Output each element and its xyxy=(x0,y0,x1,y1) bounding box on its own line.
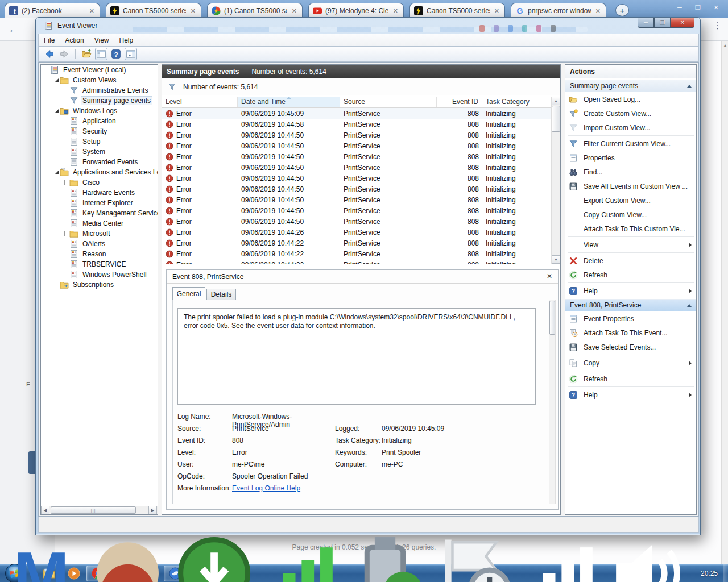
menu-help[interactable]: Help xyxy=(114,35,139,45)
event-row[interactable]: Error09/06/2019 10:44:50PrintService808I… xyxy=(162,194,551,205)
tree-item-windows-powershell[interactable]: Windows PowerShell xyxy=(41,269,158,280)
tree-item-internet-explorer[interactable]: Internet Explorer xyxy=(41,198,158,208)
browser-tab-97-melodyne-4-clea[interactable]: (97) Melodyne 4: Clea✕ xyxy=(308,3,404,18)
event-row[interactable]: Error09/06/2019 10:44:22PrintService808I… xyxy=(162,248,551,259)
event-row[interactable]: Error09/06/2019 10:44:50PrintService808I… xyxy=(162,184,551,194)
action-refresh[interactable]: Refresh xyxy=(565,372,696,386)
tab-close-icon[interactable]: ✕ xyxy=(189,7,197,15)
tree-item-security[interactable]: Security xyxy=(41,126,158,136)
menu-action[interactable]: Action xyxy=(60,35,89,45)
action-filter-current-custom-view[interactable]: Filter Current Custom View... xyxy=(565,136,696,151)
event-row[interactable]: Error09/06/2019 10:44:50PrintService808I… xyxy=(162,162,551,173)
scroll-right-icon[interactable]: ▶ xyxy=(148,506,157,514)
tree-item-administrative-events[interactable]: Administrative Events xyxy=(41,85,158,95)
tree-item-applications-and-services-logs[interactable]: Applications and Services Logs xyxy=(41,167,158,177)
expanded-arrow-icon[interactable] xyxy=(53,109,60,113)
action-create-custom-view[interactable]: Create Custom View... xyxy=(565,106,696,120)
export-log-button[interactable] xyxy=(80,48,93,60)
show-console-tree-button[interactable] xyxy=(95,48,107,60)
scrollbar-thumb[interactable]: ||| xyxy=(51,506,136,514)
tab-close-icon[interactable]: ✕ xyxy=(594,7,602,15)
tray-signal-white[interactable] xyxy=(519,532,602,582)
tree-item-reason[interactable]: Reason xyxy=(41,249,158,259)
action-help[interactable]: ?Help xyxy=(565,284,696,298)
tree-item-windows-logs[interactable]: Windows Logs xyxy=(41,106,158,116)
collapse-arrow-icon[interactable] xyxy=(687,85,692,88)
scroll-left-icon[interactable]: ◀ xyxy=(41,506,49,514)
tray-signal-green[interactable] xyxy=(259,532,342,582)
collapsed-arrow-icon[interactable] xyxy=(63,231,69,236)
event-row[interactable]: Error09/06/2019 10:44:58PrintService808I… xyxy=(162,119,551,130)
tray-action-center-flag[interactable] xyxy=(433,532,515,582)
action-delete[interactable]: Delete xyxy=(565,253,696,268)
tray-idm[interactable] xyxy=(173,532,255,582)
column-header-level[interactable]: Level xyxy=(162,97,238,107)
taskbar-clock[interactable]: 20:25 xyxy=(701,564,718,582)
tab-close-icon[interactable]: ✕ xyxy=(392,7,399,15)
browser-back-icon[interactable]: ← xyxy=(8,23,19,36)
detail-close-icon[interactable]: ✕ xyxy=(547,272,552,280)
action-attach-task-to-this-custom-vie[interactable]: Attach Task To This Custom Vie... xyxy=(565,222,696,236)
event-list-scrollbar[interactable]: ▲ ▼ xyxy=(551,97,560,264)
browser-tab-1-canon-ts5000-ser[interactable]: (1) Canon TS5000 ser✕ xyxy=(207,3,303,18)
tab-details[interactable]: Details xyxy=(206,289,236,300)
tree-item-setup[interactable]: Setup xyxy=(41,136,158,147)
column-header-date-and-time[interactable]: Date and Time xyxy=(238,97,340,107)
tab-close-icon[interactable]: ✕ xyxy=(493,7,500,15)
detail-scrollbar[interactable] xyxy=(549,300,556,504)
action-view[interactable]: View xyxy=(565,238,696,252)
back-button[interactable] xyxy=(43,48,56,60)
event-row[interactable]: Error09/06/2019 10:44:50PrintService808I… xyxy=(162,205,551,216)
scrollbar-thumb[interactable] xyxy=(549,301,555,335)
action-copy[interactable]: Copy xyxy=(565,356,696,370)
action-refresh[interactable]: Refresh xyxy=(565,268,696,282)
tree-horizontal-scrollbar[interactable]: ◀ ||| ▶ xyxy=(41,506,158,514)
tree-item-hardware-events[interactable]: Hardware Events xyxy=(41,188,158,198)
action-properties[interactable]: Properties xyxy=(565,151,696,165)
tree-item-microsoft[interactable]: Microsoft xyxy=(41,228,158,239)
tree-item-trbservice[interactable]: TRBSERVICE xyxy=(41,259,158,269)
tree-item-key-management-service[interactable]: Key Management Service xyxy=(41,208,158,218)
expanded-arrow-icon[interactable] xyxy=(53,78,60,82)
tree-item-subscriptions[interactable]: Subscriptions xyxy=(41,280,158,290)
tab-close-icon[interactable]: ✕ xyxy=(88,7,96,15)
event-row[interactable]: Error09/06/2019 10:44:50PrintService808I… xyxy=(162,130,551,140)
browser-tab-canon-ts5000-series[interactable]: Canon TS5000 series✕ xyxy=(106,3,201,18)
minimize-button[interactable]: ─ xyxy=(638,18,654,28)
tree-item-summary-page-events[interactable]: Summary page events xyxy=(41,95,158,106)
event-row[interactable]: Error09/06/2019 10:44:50PrintService808I… xyxy=(162,140,551,151)
help-button[interactable]: ? xyxy=(110,48,122,60)
event-row[interactable]: Error09/06/2019 10:44:50PrintService808I… xyxy=(162,151,551,162)
maximize-button[interactable]: ❐ xyxy=(654,18,671,28)
tab-general[interactable]: General xyxy=(172,287,205,300)
event-row[interactable]: Error09/06/2019 10:44:22PrintService808I… xyxy=(162,259,551,264)
tray-malwarebytes[interactable]: M xyxy=(0,532,82,582)
tree-item-application[interactable]: Application xyxy=(41,116,158,126)
browser-maximize-button[interactable]: ❐ xyxy=(689,2,706,13)
event-row[interactable]: Error09/06/2019 10:44:50PrintService808I… xyxy=(162,216,551,227)
column-header-task-category[interactable]: Task Category xyxy=(482,97,549,107)
new-tab-button[interactable]: + xyxy=(615,4,629,16)
browser-menu-icon[interactable]: ⋮ xyxy=(713,24,719,27)
column-header-event-id[interactable]: Event ID xyxy=(437,97,482,107)
action-help[interactable]: ?Help xyxy=(565,388,696,402)
tree-item-custom-views[interactable]: Custom Views xyxy=(41,75,158,85)
action-group-event-808-printservice[interactable]: Event 808, PrintService xyxy=(565,299,696,311)
scrollbar-thumb[interactable] xyxy=(552,106,560,132)
forward-button[interactable] xyxy=(58,48,71,60)
tree-item-oalerts[interactable]: OAlerts xyxy=(41,239,158,249)
browser-tab-pnrpsvc-error-window[interactable]: Gpnrpsvc error window✕ xyxy=(511,3,606,18)
tree-item-cisco[interactable]: Cisco xyxy=(41,177,158,188)
event-row[interactable]: Error09/06/2019 10:44:50PrintService808I… xyxy=(162,173,551,184)
action-event-properties[interactable]: Event Properties xyxy=(565,311,696,326)
tab-close-icon[interactable]: ✕ xyxy=(291,7,298,15)
scroll-down-icon[interactable]: ▼ xyxy=(552,255,560,264)
tray-volume[interactable] xyxy=(606,532,688,582)
collapse-arrow-icon[interactable] xyxy=(687,304,692,307)
action-open-saved-log[interactable]: Open Saved Log... xyxy=(565,92,696,106)
tree-item-event-viewer-local[interactable]: Event Viewer (Local) xyxy=(41,65,158,75)
tray-shell[interactable] xyxy=(86,532,169,582)
column-header-source[interactable]: Source xyxy=(340,97,437,107)
event-row[interactable]: Error09/06/2019 10:44:22PrintService808I… xyxy=(162,238,551,248)
action-save-selected-events[interactable]: Save Selected Events... xyxy=(565,340,696,354)
